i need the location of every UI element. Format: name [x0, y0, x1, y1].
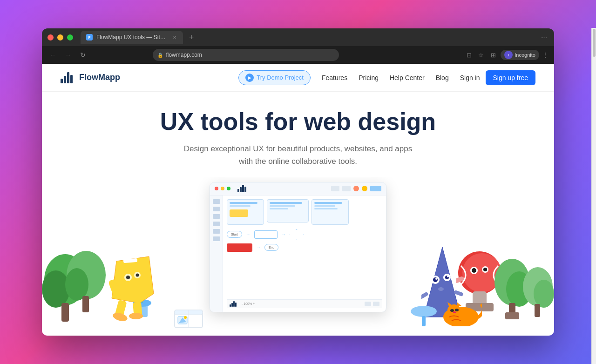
- svg-point-40: [435, 278, 437, 280]
- flow-card-1: [227, 199, 264, 225]
- svg-rect-58: [505, 312, 519, 319]
- svg-rect-2: [67, 72, 69, 83]
- svg-point-50: [483, 268, 487, 271]
- sign-in-button[interactable]: Sign in: [460, 74, 480, 81]
- svg-rect-17: [240, 187, 242, 192]
- browser-window: F FlowMapp UX tools — Sitema… ✕ + ⋯ ← → …: [42, 28, 554, 336]
- mockup-zoom-bar: - 100% +: [227, 299, 382, 308]
- hero-section: UX tools for web design Design exception…: [42, 92, 554, 336]
- forward-button[interactable]: →: [62, 49, 74, 61]
- svg-rect-1: [64, 76, 66, 83]
- view-icon-2: [373, 302, 379, 306]
- flow-action-rect: [227, 243, 252, 252]
- mockup-icon-1: [331, 186, 339, 191]
- refresh-button[interactable]: ↻: [77, 49, 88, 61]
- hero-subtitle-line1: Design exceptional UX for beautiful prod…: [184, 144, 412, 153]
- mockup-icon-circle2: [362, 186, 367, 191]
- nav-help-center[interactable]: Help Center: [390, 74, 425, 81]
- bookmark-star-icon[interactable]: ☆: [476, 50, 486, 60]
- sidebar-icon-1: [213, 199, 220, 204]
- web-content: FlowMapp ▶ Try Demo Project Features Pri…: [42, 64, 554, 336]
- svg-point-76: [184, 316, 187, 319]
- svg-point-41: [447, 276, 449, 277]
- svg-rect-43: [421, 292, 429, 300]
- address-bar: ← → ↻ 🔒 flowmapp.com ⊡ ☆ ⊞ I Incognito ⋮: [42, 46, 554, 64]
- tree-left: [65, 243, 107, 326]
- svg-rect-16: [237, 189, 239, 192]
- traffic-lights: [47, 34, 73, 40]
- profile-button[interactable]: I Incognito: [501, 50, 539, 60]
- svg-rect-20: [230, 304, 231, 307]
- sidebar-icon-6: [213, 236, 220, 241]
- nav-blog[interactable]: Blog: [436, 74, 449, 81]
- svg-rect-21: [231, 303, 233, 307]
- title-bar: F FlowMapp UX tools — Sitema… ✕ + ⋯: [42, 28, 554, 46]
- tab-close-button[interactable]: ✕: [172, 34, 177, 40]
- minimize-window-button[interactable]: [57, 34, 63, 40]
- svg-point-33: [129, 313, 143, 319]
- back-button[interactable]: ←: [47, 49, 59, 61]
- flow-oval: Start: [227, 231, 242, 238]
- logo-text: FlowMapp: [79, 73, 120, 82]
- svg-point-69: [411, 306, 437, 317]
- mockup-dot-green: [227, 187, 230, 190]
- sidebar-icon-4: [213, 222, 220, 226]
- logo-icon: [61, 70, 75, 85]
- url-text: flowmapp.com: [166, 52, 202, 58]
- svg-point-60: [534, 280, 554, 308]
- mockup-dot-yellow: [221, 187, 224, 190]
- view-icon-1: [365, 302, 371, 306]
- svg-point-68: [453, 311, 456, 313]
- sidebar-icon-3: [213, 214, 220, 219]
- hero-subtitle-line2: with the online collaborative tools.: [239, 157, 357, 166]
- tab-area: F FlowMapp UX tools — Sitema… ✕ +: [81, 31, 539, 44]
- orange-cat: [440, 298, 482, 326]
- close-window-button[interactable]: [47, 34, 54, 40]
- svg-rect-3: [70, 75, 73, 83]
- nav-features[interactable]: Features: [322, 74, 347, 81]
- try-demo-button[interactable]: ▶ Try Demo Project: [238, 70, 311, 85]
- logo[interactable]: FlowMapp: [61, 70, 120, 85]
- browser-settings-icon[interactable]: ⋯: [539, 33, 549, 42]
- flow-card-3: [312, 199, 349, 225]
- cast-icon[interactable]: ⊡: [464, 50, 474, 60]
- new-tab-button[interactable]: +: [185, 31, 198, 44]
- svg-rect-9: [82, 296, 89, 312]
- lock-icon: 🔒: [157, 53, 163, 58]
- svg-rect-0: [61, 79, 63, 83]
- flow-diamond: [290, 229, 304, 240]
- url-bar[interactable]: 🔒 flowmapp.com: [153, 49, 339, 61]
- maximize-window-button[interactable]: [67, 34, 73, 40]
- extensions-icon[interactable]: ⊞: [488, 50, 498, 60]
- flow-rect: [254, 230, 278, 239]
- profile-label: Incognito: [515, 52, 535, 58]
- zoom-label: - 100% +: [242, 302, 255, 305]
- svg-point-42: [438, 287, 444, 291]
- nav-pricing[interactable]: Pricing: [359, 74, 379, 81]
- browser-tab-active[interactable]: F FlowMapp UX tools — Sitema… ✕: [81, 31, 183, 44]
- svg-rect-19: [244, 187, 246, 192]
- svg-point-66: [450, 309, 454, 312]
- flow-oval-2: End: [264, 244, 278, 251]
- mockup-title-bar: [210, 182, 386, 195]
- svg-point-28: [136, 274, 139, 277]
- flow-card-2: [267, 199, 309, 222]
- tree-right-2: [522, 261, 554, 326]
- character-yellow: [102, 233, 163, 326]
- svg-point-37: [433, 277, 438, 282]
- small-table: [410, 303, 438, 329]
- site-header: FlowMapp ▶ Try Demo Project Features Pri…: [42, 64, 554, 92]
- svg-rect-70: [422, 316, 426, 326]
- auth-buttons: Sign in Sign up free: [460, 70, 535, 85]
- mockup-icon-circle1: [353, 186, 359, 191]
- flowmapp-mini-logo: [230, 301, 238, 307]
- mockup-sidebar: [210, 195, 223, 312]
- mockup-toolbar-icons: [331, 186, 381, 191]
- mockup-logo: [237, 185, 249, 192]
- play-icon: ▶: [245, 74, 254, 82]
- sidebar-icon-2: [213, 207, 220, 211]
- browser-menu-button[interactable]: ⋮: [542, 51, 549, 59]
- try-demo-label: Try Demo Project: [257, 74, 304, 81]
- sign-up-button[interactable]: Sign up free: [486, 70, 536, 85]
- svg-rect-23: [235, 303, 237, 307]
